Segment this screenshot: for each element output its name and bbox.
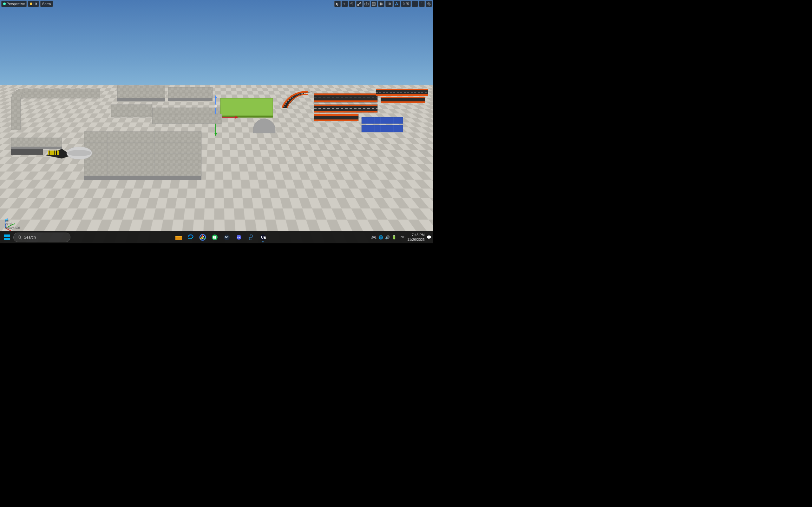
grid-snap-value[interactable]: 10 — [386, 1, 393, 7]
weather-widget: 🌧 27°C Heavy rain — [4, 218, 20, 229]
weather-icon: 🌧 — [4, 218, 20, 222]
svg-text:☰: ☰ — [413, 2, 416, 6]
svg-rect-98 — [4, 238, 7, 240]
condition: Heavy rain — [4, 226, 20, 229]
show-button[interactable]: Show — [40, 1, 53, 7]
search-placeholder: Search — [24, 235, 36, 239]
taskbar: Search UE — [0, 231, 433, 243]
taskbar-python[interactable] — [245, 232, 257, 243]
svg-point-85 — [366, 3, 367, 5]
svg-point-94 — [428, 3, 429, 4]
svg-line-82 — [358, 2, 361, 5]
network-icon[interactable]: 🌐 — [378, 235, 383, 239]
topbar: Perspective Lit Show ✛ — [0, 0, 433, 8]
topbar-right: ✛ 10 — [334, 1, 432, 7]
search-icon — [17, 235, 22, 239]
layer-icon[interactable]: ☰ — [412, 1, 418, 7]
battery-icon[interactable]: 🔋 — [392, 235, 397, 239]
svg-point-111 — [240, 237, 241, 238]
clock[interactable]: 7:45 PM 11/26/2023 — [407, 233, 425, 242]
svg-rect-87 — [373, 3, 375, 5]
taskbar-discord[interactable] — [233, 232, 245, 243]
svg-marker-79 — [336, 2, 339, 5]
perspective-label: Perspective — [7, 2, 25, 6]
snap-val-label: 0.25 — [403, 2, 409, 6]
taskbar-spotify[interactable] — [209, 232, 220, 243]
settings-icon[interactable] — [426, 1, 432, 7]
taskbar-file-explorer[interactable] — [173, 232, 184, 243]
svg-point-110 — [238, 237, 239, 238]
taskbar-right: 🎮 🌐 🔊 🔋 ENG 7:45 PM 11/26/2023 💬 — [371, 233, 432, 242]
lit-dot — [30, 3, 32, 5]
scale-tool[interactable] — [356, 1, 362, 7]
clock-time: 7:45 PM — [407, 233, 425, 237]
svg-rect-104 — [175, 236, 178, 237]
viewport[interactable]: Z X X Perspective Lit Show — [0, 0, 433, 243]
topbar-left: Perspective Lit Show — [1, 1, 53, 7]
move-tool[interactable]: ✛ — [342, 1, 348, 7]
svg-rect-99 — [7, 238, 10, 240]
lit-label: Lit — [33, 2, 37, 6]
taskbar-edge[interactable] — [185, 232, 196, 243]
show-label: Show — [42, 2, 51, 6]
perspective-button[interactable]: Perspective — [1, 1, 27, 7]
perspective-dot — [3, 3, 6, 5]
volume-icon[interactable]: 🔊 — [385, 235, 390, 239]
svg-text:UE: UE — [261, 235, 266, 239]
floor — [0, 85, 433, 243]
select-tool[interactable] — [334, 1, 341, 7]
layer-val-label: 1 — [421, 2, 423, 6]
taskbar-chrome[interactable] — [197, 232, 208, 243]
camera-settings[interactable] — [363, 1, 370, 7]
maximize-viewport[interactable] — [371, 1, 377, 7]
lit-button[interactable]: Lit — [28, 1, 39, 7]
taskbar-steam[interactable] — [221, 232, 233, 243]
svg-point-100 — [18, 236, 20, 238]
search-bar[interactable]: Search — [13, 233, 70, 242]
svg-point-112 — [250, 235, 251, 236]
rotate-tool[interactable] — [349, 1, 355, 7]
svg-rect-96 — [4, 234, 7, 237]
svg-text:✛: ✛ — [343, 2, 345, 6]
taskbar-ue5[interactable]: UE — [257, 232, 269, 243]
snap-icon[interactable] — [394, 1, 400, 7]
clock-date: 11/26/2023 — [407, 237, 425, 242]
grid-value: 10 — [387, 2, 391, 6]
svg-point-109 — [226, 237, 227, 238]
notification-icon[interactable]: 💬 — [426, 235, 432, 239]
language-icon[interactable]: ENG — [398, 235, 405, 239]
taskbar-apps: UE — [72, 232, 370, 243]
temperature: 27°C — [4, 222, 20, 226]
layer-value[interactable]: 1 — [419, 1, 425, 7]
svg-rect-97 — [7, 234, 10, 237]
svg-line-101 — [20, 238, 21, 239]
start-button[interactable] — [2, 232, 12, 242]
svg-point-95 — [427, 2, 430, 5]
snap-value[interactable]: 0.25 — [401, 1, 411, 7]
svg-rect-103 — [175, 237, 182, 240]
grid-toggle[interactable] — [378, 1, 385, 7]
xbox-icon[interactable]: 🎮 — [371, 235, 376, 240]
